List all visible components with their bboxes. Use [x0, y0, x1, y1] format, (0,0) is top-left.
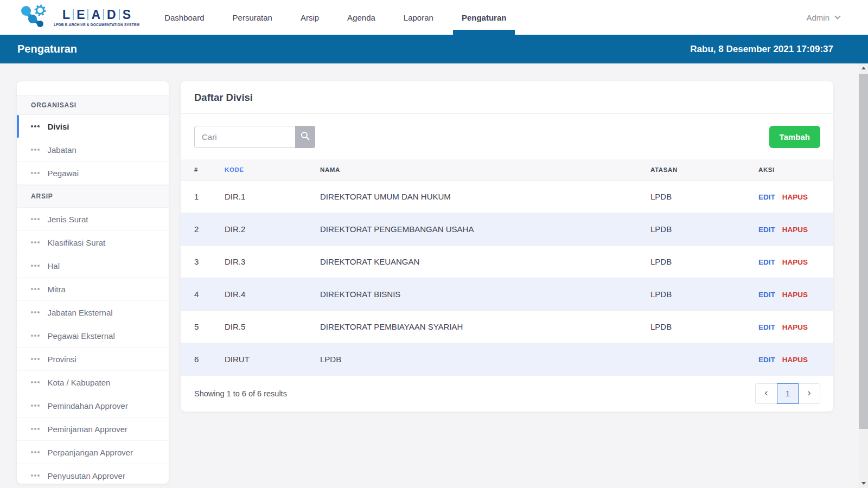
- cell-kode: DIR.5: [224, 310, 320, 343]
- ellipsis-icon: [31, 428, 40, 430]
- sidebar-item-provinsi[interactable]: Provinsi: [17, 348, 169, 371]
- pagination-prev-button[interactable]: ‹: [755, 383, 777, 404]
- nav-item-agenda[interactable]: Agenda: [346, 0, 376, 35]
- sidebar-item-hal[interactable]: Hal: [17, 254, 169, 278]
- brand-letter: A: [88, 9, 103, 21]
- delete-link[interactable]: HAPUS: [782, 356, 808, 364]
- cell-nama: DIREKTORAT KEUANGAN: [320, 245, 650, 278]
- search-group: [194, 126, 315, 148]
- cell-no: 3: [181, 245, 224, 278]
- sidebar-section-arsip: ARSIP: [17, 185, 169, 208]
- ellipsis-icon: [31, 265, 40, 267]
- cell-atasan: LPDB: [650, 310, 758, 343]
- top-navbar: L E A D S LPDB E-ARCHIVE & DOCUMENTATION…: [0, 0, 868, 35]
- ellipsis-icon: [31, 358, 40, 360]
- cell-kode: DIR.4: [224, 278, 320, 310]
- chevron-right-icon: ›: [807, 387, 810, 399]
- sidebar-item-mitra[interactable]: Mitra: [17, 278, 169, 301]
- sidebar-item-jenis-surat[interactable]: Jenis Surat: [17, 208, 169, 231]
- cell-nama: DIREKTORAT PENGEMBANGAN USAHA: [320, 213, 650, 245]
- card-title: Daftar Divisi: [194, 92, 253, 104]
- edit-link[interactable]: EDIT: [758, 356, 775, 364]
- delete-link[interactable]: HAPUS: [782, 323, 808, 331]
- scrollbar-thumb[interactable]: [859, 74, 868, 429]
- column-header-no: #: [181, 159, 224, 180]
- cell-atasan: LPDB: [650, 278, 758, 310]
- sidebar-item-label: Pemindahan Approver: [48, 401, 128, 410]
- scrollbar-down-arrow[interactable]: [859, 479, 868, 488]
- table-row: 1 DIR.1 DIREKTORAT UMUM DAN HUKUM LPDB E…: [181, 180, 833, 213]
- edit-link[interactable]: EDIT: [758, 193, 775, 201]
- table-row: 6 DIRUT LPDB EDITHAPUS: [181, 343, 833, 375]
- scrollbar[interactable]: [859, 63, 868, 488]
- edit-link[interactable]: EDIT: [758, 323, 775, 331]
- table-footer: Showing 1 to 6 of 6 results ‹ 1 ›: [181, 376, 833, 412]
- column-header-kode[interactable]: KODE: [224, 159, 320, 180]
- sidebar-item-peminjaman-approver[interactable]: Peminjaman Approver: [17, 418, 169, 441]
- sidebar-item-klasifikasi-surat[interactable]: Klasifikasi Surat: [17, 231, 169, 254]
- nav-item-dashboard[interactable]: Dashboard: [163, 0, 205, 35]
- divisi-card: Daftar Divisi Tambah: [181, 81, 833, 412]
- nav-item-laporan[interactable]: Laporan: [403, 0, 435, 35]
- sidebar-item-label: Pegawai Eksternal: [48, 331, 115, 341]
- ellipsis-icon: [31, 218, 40, 220]
- sidebar-item-perpanjangan-approver[interactable]: Perpanjangan Approver: [17, 441, 169, 464]
- sidebar-item-label: Jabatan: [48, 145, 76, 155]
- page-header-bar: Pengaturan Rabu, 8 Desember 2021 17:09:3…: [0, 35, 868, 63]
- edit-link[interactable]: EDIT: [758, 291, 775, 299]
- delete-link[interactable]: HAPUS: [782, 258, 808, 266]
- leads-logo[interactable]: L E A D S LPDB E-ARCHIVE & DOCUMENTATION…: [0, 4, 139, 31]
- ellipsis-icon: [31, 311, 40, 313]
- pagination-page-1[interactable]: 1: [777, 383, 799, 404]
- user-menu[interactable]: Admin: [806, 13, 868, 22]
- cell-no: 4: [181, 278, 224, 310]
- nav-item-persuratan[interactable]: Persuratan: [232, 0, 273, 35]
- cell-kode: DIR.2: [224, 213, 320, 245]
- leads-logo-icon: [20, 4, 49, 31]
- sidebar-item-jabatan[interactable]: Jabatan: [17, 138, 169, 162]
- brand-letter: D: [104, 9, 119, 21]
- ellipsis-icon: [31, 381, 40, 383]
- sidebar-item-pegawai[interactable]: Pegawai: [17, 162, 169, 185]
- edit-link[interactable]: EDIT: [758, 258, 775, 266]
- sidebar-item-penyusutan-approver[interactable]: Penyusutan Approver: [17, 464, 169, 484]
- scrollbar-up-arrow[interactable]: [859, 63, 868, 73]
- add-button[interactable]: Tambah: [769, 126, 820, 148]
- card-title-row: Daftar Divisi: [181, 81, 833, 114]
- sidebar-item-label: Jabatan Eksternal: [48, 308, 113, 317]
- cell-kode: DIRUT: [224, 343, 320, 375]
- chevron-down-icon: [834, 13, 840, 19]
- nav-item-arsip[interactable]: Arsip: [299, 0, 320, 35]
- pagination-next-button[interactable]: ›: [799, 383, 820, 404]
- content-area: ORGANISASI Divisi Jabatan Pegawai ARSIP …: [0, 63, 868, 484]
- sidebar-item-pemindahan-approver[interactable]: Pemindahan Approver: [17, 394, 169, 418]
- cell-nama: DIREKTORAT PEMBIAYAAN SYARIAH: [320, 310, 650, 343]
- search-input[interactable]: [194, 126, 295, 148]
- sidebar-item-pegawai-eksternal[interactable]: Pegawai Eksternal: [17, 324, 169, 348]
- delete-link[interactable]: HAPUS: [782, 226, 808, 234]
- column-header-atasan: ATASAN: [650, 159, 758, 180]
- ellipsis-icon: [31, 172, 40, 174]
- sidebar-item-label: Divisi: [48, 122, 69, 131]
- sidebar-item-kota-kabupaten[interactable]: Kota / Kabupaten: [17, 371, 169, 394]
- sidebar-item-divisi[interactable]: Divisi: [17, 115, 169, 138]
- page-datetime: Rabu, 8 Desember 2021 17:09:37: [690, 44, 833, 55]
- brand-letter: S: [120, 9, 133, 21]
- ellipsis-icon: [31, 474, 40, 477]
- cell-atasan: LPDB: [650, 180, 758, 213]
- cell-atasan: LPDB: [650, 245, 758, 278]
- table-row: 5 DIR.5 DIREKTORAT PEMBIAYAAN SYARIAH LP…: [181, 310, 833, 343]
- sidebar-item-jabatan-eksternal[interactable]: Jabatan Eksternal: [17, 301, 169, 324]
- search-button[interactable]: [295, 126, 315, 148]
- delete-link[interactable]: HAPUS: [782, 291, 808, 299]
- settings-sidebar: ORGANISASI Divisi Jabatan Pegawai ARSIP …: [17, 81, 169, 484]
- cell-nama: DIREKTORAT BISNIS: [320, 278, 650, 310]
- column-header-aksi: AKSI: [758, 159, 833, 180]
- cell-no: 2: [181, 213, 224, 245]
- results-summary: Showing 1 to 6 of 6 results: [194, 389, 287, 398]
- main-nav: Dashboard Persuratan Arsip Agenda Lapora…: [163, 0, 507, 35]
- edit-link[interactable]: EDIT: [758, 226, 775, 234]
- nav-item-pengaturan[interactable]: Pengaturan: [461, 0, 508, 35]
- ellipsis-icon: [31, 288, 40, 290]
- delete-link[interactable]: HAPUS: [782, 193, 808, 201]
